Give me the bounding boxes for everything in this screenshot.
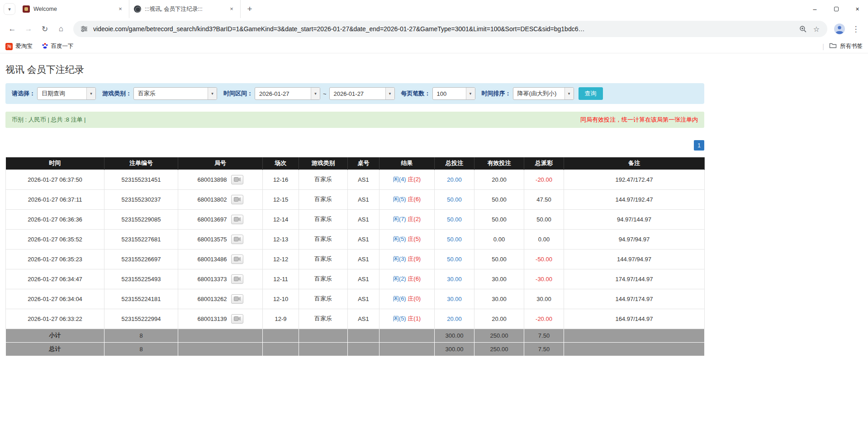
video-replay-button[interactable]: [231, 314, 243, 324]
table-row: 2026-01-27 06:35:23523155226697680013486…: [6, 249, 705, 269]
cell-total-bet[interactable]: 20.00: [435, 309, 474, 329]
video-replay-button[interactable]: [231, 195, 243, 204]
search-button[interactable]: 查询: [579, 87, 603, 100]
bookmark-star-icon[interactable]: ☆: [812, 24, 821, 33]
cell-bet-id: 523155231451: [104, 170, 178, 189]
browser-tab-betrecord[interactable]: :::视讯, 会员下注纪录::: ×: [129, 0, 241, 18]
video-replay-button[interactable]: [231, 215, 243, 224]
cell-total-bet[interactable]: 30.00: [435, 269, 474, 289]
cell-bet-id: 523155222994: [104, 309, 178, 329]
cell-total-bet[interactable]: 50.00: [435, 209, 474, 229]
cell-game-kind: 百家乐: [299, 189, 348, 209]
refresh-button[interactable]: ↻: [37, 21, 52, 37]
chevron-down-icon[interactable]: ▾: [86, 88, 95, 99]
bet-records-table: 时间注单编号局号场次游戏类别桌号结果总投注有效投注总派彩备注 2026-01-2…: [5, 157, 705, 356]
chevron-down-icon[interactable]: ▾: [466, 88, 475, 99]
back-button[interactable]: ←: [5, 21, 20, 37]
cell-total-bet[interactable]: 30.00: [435, 289, 474, 309]
round-number: 680013262: [197, 296, 227, 302]
cell-valid-bet: 20.00: [474, 170, 524, 189]
video-replay-button[interactable]: [231, 274, 243, 284]
maximize-button[interactable]: [825, 0, 847, 18]
video-replay-button[interactable]: [231, 294, 243, 304]
close-button[interactable]: ×: [847, 0, 868, 18]
video-replay-button[interactable]: [231, 175, 243, 184]
date-start-value: 2026-01-27: [255, 88, 311, 99]
browser-menu-icon[interactable]: ⋮: [848, 21, 863, 37]
grand-total-row-cell-8: 250.00: [474, 342, 524, 356]
home-button[interactable]: ⌂: [53, 21, 69, 37]
banker-result: 庄(0): [408, 295, 421, 302]
chevron-down-icon[interactable]: ▾: [385, 88, 394, 99]
address-bar[interactable]: videoie.com/game/betrecord_search/kind3?…: [73, 21, 827, 37]
tab-search-button[interactable]: ▾: [4, 3, 15, 15]
column-header-10: 备注: [564, 157, 705, 170]
cell-payout: 30.00: [524, 289, 564, 309]
new-tab-button[interactable]: +: [243, 3, 256, 15]
cell-result: 闲(5) 庄(5): [379, 229, 435, 249]
cell-round: 680013575: [178, 229, 263, 249]
date-start-select[interactable]: 2026-01-27 ▾: [255, 87, 320, 100]
browser-window: ▾ Welcome × :::视讯, 会员下注纪录::: × + – × ← →…: [0, 0, 868, 53]
round-number: 680013802: [197, 196, 227, 203]
chevron-down-icon[interactable]: ▾: [311, 88, 320, 99]
cell-valid-bet: 30.00: [474, 269, 524, 289]
grand-total-row-cell-1: 8: [104, 342, 178, 356]
cell-session: 12-13: [263, 229, 299, 249]
cell-game-kind: 百家乐: [299, 249, 348, 269]
browser-tab-welcome[interactable]: Welcome ×: [18, 0, 129, 18]
cell-time: 2026-01-27 06:36:36: [6, 209, 104, 229]
game-kind-select[interactable]: 百家乐 ▾: [133, 87, 217, 100]
table-row: 2026-01-27 06:34:04523155224181680013262…: [6, 289, 705, 309]
player-result: 闲(5): [393, 196, 406, 203]
subtotal-row-cell-9: 7.50: [524, 329, 564, 342]
range-separator: ~: [323, 90, 327, 97]
tab-close-icon[interactable]: ×: [228, 5, 236, 13]
cell-game-kind: 百家乐: [299, 209, 348, 229]
round-number: 680013575: [197, 236, 227, 243]
bookmark-baidu[interactable]: 百度一下: [42, 42, 74, 51]
cell-total-bet[interactable]: 20.00: [435, 170, 474, 189]
cell-total-bet[interactable]: 50.00: [435, 249, 474, 269]
round-number: 680013898: [197, 176, 227, 183]
result-text: 闲(5) 庄(6): [393, 196, 421, 203]
video-replay-button[interactable]: [231, 254, 243, 264]
minimize-button[interactable]: –: [804, 0, 825, 18]
result-text: 闲(7) 庄(2): [393, 216, 421, 222]
cell-valid-bet: 50.00: [474, 249, 524, 269]
cell-result: 闲(7) 庄(2): [379, 209, 435, 229]
sort-order-select[interactable]: 降幂(由大到小) ▾: [513, 87, 574, 100]
cell-total-bet[interactable]: 50.00: [435, 229, 474, 249]
result-text: 闲(5) 庄(5): [393, 235, 421, 242]
grand-total-row-cell-7: 300.00: [435, 342, 474, 356]
cell-time: 2026-01-27 06:33:22: [6, 309, 104, 329]
profile-avatar[interactable]: [832, 21, 847, 37]
cell-session: 12-12: [263, 249, 299, 269]
url-text[interactable]: videoie.com/game/betrecord_search/kind3?…: [93, 25, 794, 33]
page-number-button[interactable]: 1: [694, 140, 704, 151]
cell-valid-bet: 30.00: [474, 289, 524, 309]
cell-note: 94.97/144.97: [564, 209, 705, 229]
site-info-icon[interactable]: [80, 24, 89, 33]
bookmark-aitaobao[interactable]: 淘 爱淘宝: [5, 42, 33, 50]
result-text: 闲(4) 庄(2): [393, 176, 421, 183]
subtotal-row-cell-3: [263, 329, 299, 342]
video-replay-button[interactable]: [231, 235, 243, 244]
cell-session: 12-10: [263, 289, 299, 309]
cell-note: 164.97/144.97: [564, 309, 705, 329]
date-end-select[interactable]: 2026-01-27 ▾: [329, 87, 395, 100]
grand-total-row-cell-2: [178, 342, 263, 356]
cell-time: 2026-01-27 06:34:04: [6, 289, 104, 309]
tab-close-icon[interactable]: ×: [116, 5, 124, 13]
all-bookmarks[interactable]: | 所有书签: [822, 42, 863, 50]
cell-total-bet[interactable]: 50.00: [435, 189, 474, 209]
cell-table-number: AS1: [348, 189, 379, 209]
result-text: 闲(2) 庄(6): [393, 275, 421, 282]
query-type-select[interactable]: 日期查询 ▾: [37, 87, 96, 100]
page-size-select[interactable]: 100 ▾: [432, 87, 475, 100]
chevron-down-icon[interactable]: ▾: [564, 88, 574, 99]
forward-button[interactable]: →: [21, 21, 36, 37]
chevron-down-icon[interactable]: ▾: [208, 88, 217, 99]
cell-round: 680013139: [178, 309, 263, 329]
zoom-icon[interactable]: [798, 24, 807, 33]
